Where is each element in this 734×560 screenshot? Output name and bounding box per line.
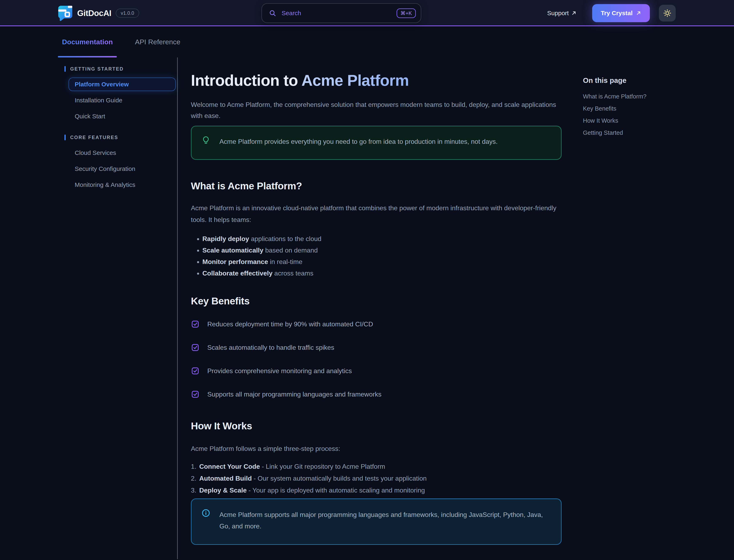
checkbox-checked-icon (191, 390, 199, 399)
steps-list: 1.Connect Your Code - Link your Git repo… (191, 462, 562, 494)
feature-bullet-list: Rapidly deploy applications to the cloud… (202, 235, 562, 277)
toc-link-what-is-acme[interactable]: What is Acme Platform? (583, 93, 734, 100)
page-title-accent: Acme Platform (301, 72, 409, 89)
content-layout: GETTING STARTED Platform Overview Instal… (0, 57, 734, 559)
list-item: Scale automatically based on demand (202, 246, 562, 254)
list-item: Monitor performance in real-time (202, 258, 562, 266)
benefit-row: Scales automatically to handle traffic s… (191, 343, 562, 352)
section-accent-bar (64, 135, 66, 140)
theme-toggle-button[interactable] (659, 5, 676, 22)
toc-title: On this page (583, 76, 734, 85)
sidebar-item-security-configuration[interactable]: Security Configuration (69, 162, 176, 176)
info-callout: Acme Platform supports all major program… (191, 498, 562, 545)
search-placeholder: Search (281, 10, 301, 17)
list-item: Rapidly deploy applications to the cloud (202, 235, 562, 243)
checkbox-checked-icon (191, 343, 199, 352)
article: Introduction to Acme Platform Welcome to… (178, 57, 562, 559)
sidebar-item-monitoring-analytics[interactable]: Monitoring & Analytics (69, 178, 176, 192)
step-item: 3.Deploy & Scale - Your app is deployed … (191, 486, 562, 494)
tab-api-reference[interactable]: API Reference (131, 26, 184, 57)
section-accent-bar (64, 66, 66, 72)
version-badge: v1.0.0 (116, 9, 139, 18)
benefit-row: Reduces deployment time by 90% with auto… (191, 320, 562, 328)
brand-wordmark: GitDocAI (77, 9, 111, 18)
toc-link-how-it-works[interactable]: How It Works (583, 117, 734, 124)
benefit-row: Supports all major programming languages… (191, 390, 562, 399)
heading-how-it-works: How It Works (191, 420, 562, 432)
sidebar-item-cloud-services[interactable]: Cloud Services (69, 146, 176, 160)
tab-documentation[interactable]: Documentation (58, 26, 117, 57)
page-title: Introduction to Acme Platform (191, 71, 562, 89)
lightbulb-icon (201, 136, 210, 147)
step-item: 1.Connect Your Code - Link your Git repo… (191, 462, 562, 471)
search-shortcut-badge: ⌘+K (397, 8, 416, 18)
on-this-page: On this page What is Acme Platform? Key … (562, 57, 734, 559)
toc-link-getting-started[interactable]: Getting Started (583, 129, 734, 136)
external-link-arrow-icon (571, 10, 577, 16)
benefit-row: Provides comprehensive monitoring and an… (191, 367, 562, 375)
checkbox-checked-icon (191, 367, 199, 375)
what-paragraph: Acme Platform is an innovative cloud-nat… (191, 202, 562, 226)
primary-tabs: Documentation API Reference (0, 26, 734, 57)
tip-callout-text: Acme Platform provides everything you ne… (219, 136, 498, 147)
heading-key-benefits: Key Benefits (191, 295, 562, 307)
external-link-arrow-icon (636, 10, 641, 16)
support-link[interactable]: Support (547, 10, 577, 17)
tip-callout: Acme Platform provides everything you ne… (191, 126, 562, 160)
checkbox-checked-icon (191, 320, 199, 328)
list-item: Collaborate effectively across teams (202, 269, 562, 277)
how-paragraph: Acme Platform follows a simple three-ste… (191, 443, 562, 454)
step-item: 2.Automated Build - Our system automatic… (191, 474, 562, 482)
sidebar-item-platform-overview[interactable]: Platform Overview (69, 78, 176, 91)
search-input[interactable]: Search ⌘+K (261, 3, 421, 23)
heading-what-is-acme: What is Acme Platform? (191, 180, 562, 192)
page: GitDocAI v1.0.0 Search ⌘+K Support Try C… (0, 0, 734, 560)
sidebar-item-installation-guide[interactable]: Installation Guide (69, 94, 176, 107)
sidebar-section-getting-started: GETTING STARTED (64, 66, 177, 72)
sidebar-section-core-features: CORE FEATURES (64, 135, 177, 140)
gitdoc-logo-icon (58, 5, 73, 21)
search-icon (269, 9, 276, 17)
intro-paragraph: Welcome to Acme Platform, the comprehens… (191, 99, 562, 121)
info-icon (201, 509, 210, 532)
try-crystal-button[interactable]: Try Crystal (592, 4, 650, 22)
toc-link-key-benefits[interactable]: Key Benefits (583, 105, 734, 112)
docs-sidebar: GETTING STARTED Platform Overview Instal… (0, 57, 178, 559)
top-navbar: GitDocAI v1.0.0 Search ⌘+K Support Try C… (0, 0, 734, 26)
sun-icon (663, 9, 672, 17)
sidebar-spacer (0, 126, 177, 135)
brand-group[interactable]: GitDocAI v1.0.0 (58, 0, 139, 26)
sidebar-item-quick-start[interactable]: Quick Start (69, 110, 176, 123)
info-callout-text: Acme Platform supports all major program… (219, 509, 551, 532)
navbar-actions: Support Try Crystal (547, 0, 676, 26)
